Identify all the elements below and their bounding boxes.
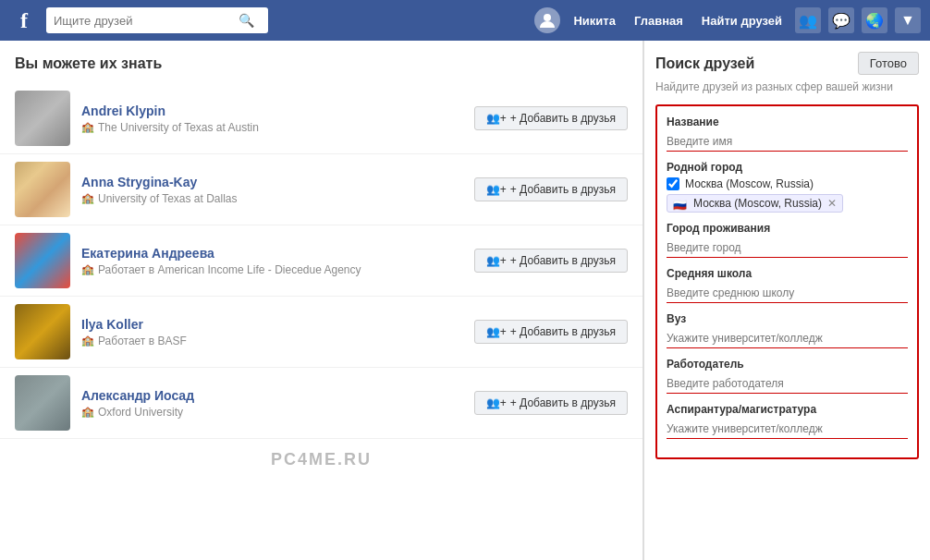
right-panel-title: Поиск друзей: [655, 55, 754, 72]
friend-school: University of Texas at Dallas: [98, 192, 238, 205]
friend-avatar: [15, 162, 70, 217]
friend-meta: 🏫 University of Texas at Dallas: [81, 192, 463, 205]
checkbox-item: Москва (Moscow, Russia): [667, 177, 908, 190]
find-friends-link[interactable]: Найти друзей: [696, 10, 788, 31]
friend-school: The University of Texas at Austin: [98, 121, 259, 134]
friend-school: Работает в BASF: [98, 335, 187, 347]
field-label-0: Название: [667, 116, 908, 128]
field-label-5: Работодатель: [667, 358, 908, 371]
friend-info: Екатерина Андреева 🏫 Работает в American…: [81, 246, 463, 276]
field-input-0[interactable]: [667, 132, 908, 152]
search-input[interactable]: [54, 14, 239, 28]
svg-point-0: [544, 14, 551, 21]
city-tag: 🇷🇺 Москва (Moscow, Russia) ✕: [667, 194, 843, 213]
add-friend-button[interactable]: 👥+ + Добавить в друзья: [474, 320, 628, 344]
add-icon: 👥+: [486, 112, 507, 125]
field-label-2: Город проживания: [667, 222, 908, 235]
graduation-icon: 🏫: [81, 263, 94, 275]
field-label-4: Вуз: [667, 312, 908, 325]
friend-meta: 🏫 Работает в BASF: [81, 335, 463, 347]
notifications-icon[interactable]: 🌏: [862, 7, 887, 33]
graduation-icon: 🏫: [81, 335, 94, 347]
form-field-4: Вуз: [667, 312, 908, 348]
form-field-1: Родной город Москва (Moscow, Russia) 🇷🇺 …: [667, 161, 908, 213]
form-field-2: Город проживания: [667, 222, 908, 258]
friend-info: Ilya Koller 🏫 Работает в BASF: [81, 317, 463, 347]
friend-item: Александр Иосад 🏫 Oxford University 👥+ +…: [0, 368, 642, 439]
section-title: Вы можете их знать: [0, 55, 642, 83]
add-icon: 👥+: [486, 254, 507, 267]
main-container: Вы можете их знать Andrei Klypin 🏫 The U…: [0, 41, 930, 560]
right-panel: Поиск друзей Готово Найдите друзей из ра…: [643, 41, 930, 560]
friend-info: Andrei Klypin 🏫 The University of Texas …: [81, 103, 463, 134]
username-link[interactable]: Никита: [568, 10, 620, 31]
friend-meta: 🏫 Работает в American Income Life - Diec…: [81, 263, 463, 276]
facebook-logo[interactable]: f: [9, 6, 39, 35]
friend-name[interactable]: Anna Strygina-Kay: [81, 175, 463, 189]
add-friend-button[interactable]: 👥+ + Добавить в друзья: [474, 249, 628, 273]
friend-item: Anna Strygina-Kay 🏫 University of Texas …: [0, 154, 642, 225]
add-icon: 👥+: [486, 183, 507, 196]
user-avatar[interactable]: [534, 7, 560, 33]
home-link[interactable]: Главная: [629, 10, 689, 31]
add-label: + Добавить в друзья: [510, 183, 616, 196]
messages-icon[interactable]: 💬: [828, 7, 854, 33]
friend-info: Anna Strygina-Kay 🏫 University of Texas …: [81, 175, 463, 205]
form-field-5: Работодатель: [667, 358, 908, 394]
friend-item: Andrei Klypin 🏫 The University of Texas …: [0, 83, 642, 154]
field-label-3: Средняя школа: [667, 267, 908, 280]
friend-school: Oxford University: [98, 406, 183, 419]
done-button[interactable]: Готово: [858, 52, 919, 75]
graduation-icon: 🏫: [81, 406, 94, 418]
account-menu-icon[interactable]: ▼: [895, 7, 921, 33]
friends-list: Andrei Klypin 🏫 The University of Texas …: [0, 83, 642, 439]
tag-close-icon[interactable]: ✕: [827, 197, 837, 210]
add-friend-button[interactable]: 👥+ + Добавить в друзья: [474, 106, 628, 130]
graduation-icon: 🏫: [81, 121, 94, 133]
add-label: + Добавить в друзья: [510, 325, 616, 338]
field-label-1: Родной город: [667, 161, 908, 174]
form-field-3: Средняя школа: [667, 267, 908, 303]
flag-icon: 🇷🇺: [673, 199, 688, 209]
friend-meta: 🏫 The University of Texas at Austin: [81, 121, 463, 134]
global-search-bar[interactable]: 🔍: [46, 7, 268, 33]
graduation-icon: 🏫: [81, 192, 94, 204]
top-navigation: f 🔍 Никита Главная Найти друзей 👥 💬 🌏 ▼: [0, 0, 930, 41]
add-label: + Добавить в друзья: [510, 396, 616, 409]
friend-avatar: [15, 375, 70, 431]
friend-item: Екатерина Андреева 🏫 Работает в American…: [0, 225, 642, 297]
friend-avatar: [15, 304, 70, 359]
right-panel-header: Поиск друзей Готово: [655, 52, 919, 75]
add-friend-button[interactable]: 👥+ + Добавить в друзья: [474, 177, 628, 201]
watermark: PC4ME.RU: [0, 439, 642, 481]
right-panel-subtitle: Найдите друзей из разных сфер вашей жизн…: [655, 80, 919, 93]
city-checkbox[interactable]: [667, 177, 679, 190]
friend-name[interactable]: Екатерина Андреева: [81, 246, 463, 261]
friend-avatar: [15, 233, 70, 288]
form-field-0: Название: [667, 116, 908, 152]
checkbox-label: Москва (Moscow, Russia): [685, 177, 814, 190]
friend-name[interactable]: Andrei Klypin: [81, 103, 463, 118]
search-form: Название Родной город Москва (Moscow, Ru…: [655, 104, 919, 459]
field-input-6[interactable]: [667, 420, 908, 439]
nav-right-section: Никита Главная Найти друзей 👥 💬 🌏 ▼: [534, 7, 921, 33]
friend-name[interactable]: Александр Иосад: [81, 388, 463, 403]
tag-text: Москва (Moscow, Russia): [693, 197, 822, 210]
field-input-3[interactable]: [667, 284, 908, 303]
add-friend-button[interactable]: 👥+ + Добавить в друзья: [474, 391, 628, 415]
friend-info: Александр Иосад 🏫 Oxford University: [81, 388, 463, 419]
friend-requests-icon[interactable]: 👥: [795, 7, 821, 33]
field-input-2[interactable]: [667, 238, 908, 258]
friend-avatar: [15, 91, 70, 146]
form-field-6: Аспирантура/магистратура: [667, 403, 908, 439]
search-icon: 🔍: [239, 13, 254, 28]
field-input-4[interactable]: [667, 329, 908, 348]
friend-meta: 🏫 Oxford University: [81, 406, 463, 419]
field-label-6: Аспирантура/магистратура: [667, 403, 908, 416]
friend-name[interactable]: Ilya Koller: [81, 317, 463, 332]
left-panel: Вы можете их знать Andrei Klypin 🏫 The U…: [0, 41, 643, 560]
add-icon: 👥+: [486, 325, 507, 338]
field-input-5[interactable]: [667, 374, 908, 394]
add-icon: 👥+: [486, 396, 507, 409]
add-label: + Добавить в друзья: [510, 112, 616, 125]
